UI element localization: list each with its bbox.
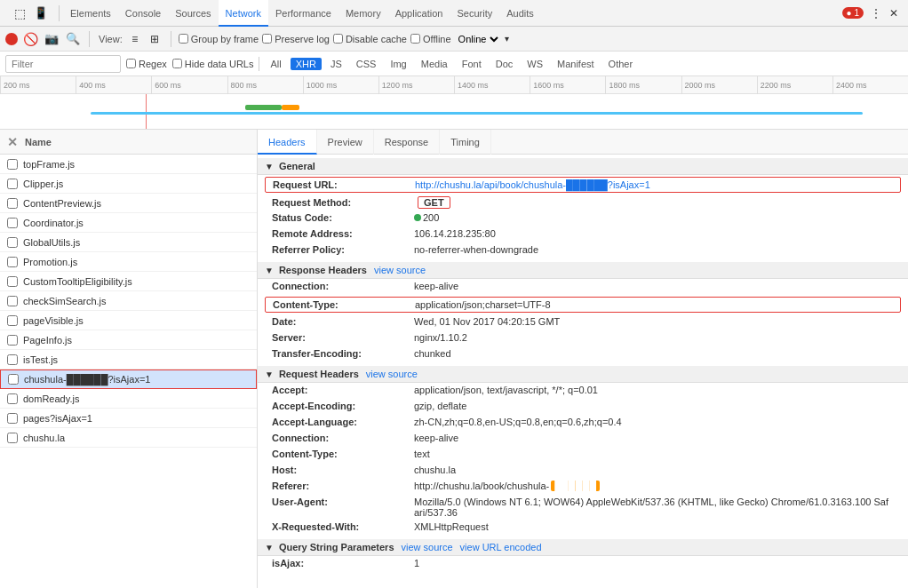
file-checkbox-13[interactable] [7, 413, 18, 424]
network-toolbar: 🚫 📷 🔍 View: ≡ ⊞ Group by frame Preserve … [0, 27, 908, 52]
request-headers-view-source[interactable]: view source [366, 369, 418, 379]
filter-input[interactable] [5, 55, 121, 73]
tab-security[interactable]: Security [450, 0, 499, 27]
clear-button[interactable]: 🚫 [21, 30, 39, 48]
filter-media[interactable]: Media [416, 58, 453, 70]
query-string-section-header[interactable]: ▼ Query String Parameters view source vi… [258, 539, 908, 556]
tab-memory[interactable]: Memory [339, 0, 388, 27]
device-icon[interactable]: 📱 [32, 4, 50, 22]
filter-ws[interactable]: WS [522, 58, 548, 70]
camera-button[interactable]: 📷 [43, 30, 60, 48]
disable-cache-checkbox[interactable] [333, 34, 343, 44]
file-item-12[interactable]: domReady.js [0, 389, 257, 409]
tab-response[interactable]: Response [374, 130, 441, 155]
file-checkbox-0[interactable] [7, 159, 18, 170]
file-item-8[interactable]: pageVisible.js [0, 311, 257, 330]
file-checkbox-14[interactable] [7, 433, 18, 443]
group-by-frame-checkbox[interactable] [179, 34, 188, 44]
file-checkbox-12[interactable] [7, 393, 18, 404]
file-item-6[interactable]: CustomTooltipEligibility.js [0, 272, 257, 291]
panel-close-icon[interactable]: ✕ [7, 135, 18, 149]
hide-data-urls-checkbox[interactable] [172, 59, 182, 68]
req-referer-row: Referer: http://chushu.la/book/chushula-… [258, 479, 908, 495]
throttle-select[interactable]: Online [455, 33, 501, 45]
req-content-type-row: Content-Type: text [258, 447, 908, 463]
list-view-icon[interactable]: ≡ [126, 30, 144, 48]
request-headers-section-header[interactable]: ▼ Request Headers view source [258, 366, 908, 383]
file-name-14: chushu.la [23, 433, 65, 443]
file-item-9[interactable]: PageInfo.js [0, 330, 257, 350]
response-headers-view-source[interactable]: view source [374, 265, 426, 275]
response-headers-section-header[interactable]: ▼ Response Headers view source [258, 262, 908, 279]
file-checkbox-2[interactable] [7, 198, 18, 209]
file-checkbox-9[interactable] [7, 335, 18, 346]
error-badge: ● 1 [842, 7, 864, 19]
preserve-log-label: Preserve log [275, 34, 330, 44]
tab-audits[interactable]: Audits [499, 0, 541, 27]
file-item-13[interactable]: pages?isAjax=1 [0, 409, 257, 428]
req-user-agent-label: User-Agent: [272, 497, 414, 507]
file-checkbox-6[interactable] [7, 276, 18, 287]
tab-performance[interactable]: Performance [268, 0, 339, 27]
file-item-11[interactable]: chushula-██████?isAjax=1 [0, 369, 257, 389]
filter-other[interactable]: Other [603, 58, 639, 70]
tab-sources[interactable]: Sources [168, 0, 218, 27]
filter-css[interactable]: CSS [351, 58, 382, 70]
file-item-7[interactable]: checkSimSearch.js [0, 291, 257, 311]
tab-network[interactable]: Network [219, 0, 268, 27]
referrer-policy-value: no-referrer-when-downgrade [414, 244, 894, 255]
file-checkbox-11[interactable] [8, 374, 19, 385]
file-item-14[interactable]: chushu.la [0, 428, 257, 448]
filter-doc[interactable]: Doc [490, 58, 519, 70]
filter-all[interactable]: All [265, 58, 286, 70]
filter-js[interactable]: JS [325, 58, 347, 70]
file-name-4: GlobalUtils.js [23, 237, 80, 248]
settings-icon[interactable]: ⋮ [867, 4, 885, 22]
timeline-bar-green [245, 105, 282, 110]
regex-checkbox[interactable] [126, 59, 136, 68]
hide-data-urls-label: Hide data URLs [185, 59, 254, 69]
req-accept-encoding-label: Accept-Encoding: [272, 401, 414, 411]
query-string-view-source[interactable]: view source [402, 542, 453, 552]
file-checkbox-4[interactable] [7, 237, 18, 248]
filter-img[interactable]: Img [385, 58, 411, 70]
tab-headers[interactable]: Headers [258, 130, 317, 155]
file-checkbox-7[interactable] [7, 296, 18, 306]
inspect-icon[interactable]: ⬚ [11, 4, 28, 22]
file-item-0[interactable]: topFrame.js [0, 155, 257, 174]
tab-elements[interactable]: Elements [63, 0, 118, 27]
tab-preview[interactable]: Preview [317, 130, 374, 155]
filter-manifest[interactable]: Manifest [552, 58, 600, 70]
file-checkbox-8[interactable] [7, 315, 18, 326]
record-button[interactable] [5, 33, 18, 45]
file-checkbox-1[interactable] [7, 179, 18, 189]
req-accept-value: application/json, text/javascript, */*; … [414, 385, 894, 395]
tab-application[interactable]: Application [388, 0, 450, 27]
group-view-icon[interactable]: ⊞ [146, 30, 163, 48]
file-item-4[interactable]: GlobalUtils.js [0, 233, 257, 252]
file-item-10[interactable]: isTest.js [0, 350, 257, 369]
file-checkbox-10[interactable] [7, 354, 18, 365]
filter-font[interactable]: Font [457, 58, 487, 70]
req-accept-language-label: Accept-Language: [272, 417, 414, 427]
file-item-1[interactable]: Clipper.js [0, 174, 257, 194]
file-item-5[interactable]: Promotion.js [0, 252, 257, 272]
query-string-view-url-encoded[interactable]: view URL encoded [460, 542, 542, 552]
tab-console[interactable]: Console [118, 0, 168, 27]
filter-button[interactable]: 🔍 [64, 30, 82, 48]
general-arrow-icon: ▼ [265, 162, 274, 171]
offline-checkbox[interactable] [410, 34, 420, 44]
preserve-log-checkbox[interactable] [262, 34, 272, 44]
close-devtools-icon[interactable]: ✕ [885, 4, 903, 22]
general-section-header[interactable]: ▼ General [258, 158, 908, 175]
file-checkbox-5[interactable] [7, 257, 18, 267]
filter-separator [259, 57, 259, 71]
referer-highlight: ██████ [551, 481, 600, 491]
timeline: 200 ms 400 ms 600 ms 800 ms 1000 ms 1200… [0, 76, 908, 130]
file-item-2[interactable]: ContentPreview.js [0, 194, 257, 213]
tab-timing[interactable]: Timing [440, 130, 491, 155]
file-checkbox-3[interactable] [7, 218, 18, 228]
file-item-3[interactable]: Coordinator.js [0, 213, 257, 233]
offline-label: Offline [423, 34, 451, 44]
filter-xhr[interactable]: XHR [291, 58, 322, 70]
